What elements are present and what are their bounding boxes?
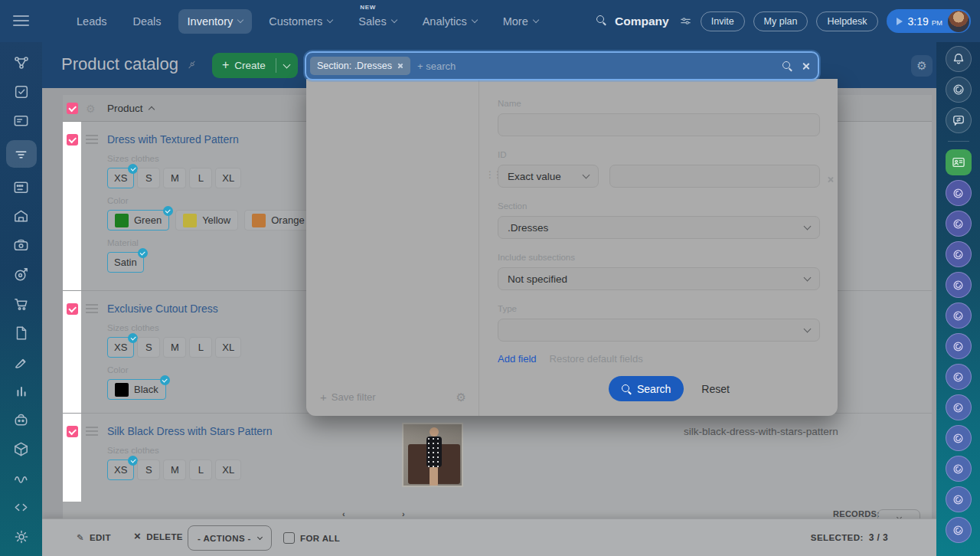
- create-dropdown-button[interactable]: [276, 64, 298, 67]
- marketplace-app-icon[interactable]: [946, 241, 972, 267]
- settings-gear-icon[interactable]: [6, 527, 37, 546]
- messenger-chat-icon[interactable]: [946, 107, 972, 133]
- filter-search-bar[interactable]: Section: .Dresses + search: [306, 53, 818, 79]
- size-chip-selected: XS: [107, 168, 134, 188]
- time-tracker-button[interactable]: 3:19 PM: [887, 9, 972, 33]
- property-label: Color: [107, 196, 312, 205]
- my-plan-button[interactable]: My plan: [753, 11, 808, 31]
- type-select[interactable]: [498, 319, 820, 342]
- chip-remove-icon[interactable]: [397, 63, 403, 69]
- company-name[interactable]: Company: [615, 15, 669, 28]
- catalog-filter-icon[interactable]: [6, 140, 37, 168]
- marketplace-app-icon[interactable]: [946, 211, 972, 237]
- filter-settings-gear-icon[interactable]: ⚙: [456, 391, 466, 404]
- marketplace-app-icon[interactable]: [946, 394, 972, 420]
- search-button[interactable]: Search: [609, 376, 684, 401]
- product-photo[interactable]: [402, 423, 463, 487]
- row-drag-handle-icon[interactable]: [86, 427, 98, 438]
- drag-handle-icon[interactable]: ⋮⋮: [485, 170, 501, 179]
- product-link[interactable]: Dress with Textured Pattern: [107, 133, 239, 146]
- row-checkbox[interactable]: [67, 134, 78, 146]
- left-sidebar: [0, 42, 42, 556]
- nav-item-deals[interactable]: Deals: [124, 9, 171, 34]
- marketplace-app-icon[interactable]: [946, 333, 972, 359]
- video-calls-icon[interactable]: [6, 236, 37, 255]
- store-cart-icon[interactable]: [6, 294, 37, 313]
- size-chip: L: [189, 168, 212, 188]
- edit-button[interactable]: ✎EDIT: [77, 532, 111, 543]
- filter-chip-section[interactable]: Section: .Dresses: [310, 57, 410, 75]
- crm-icon[interactable]: [6, 111, 37, 130]
- sliders-icon[interactable]: [679, 15, 692, 28]
- create-button[interactable]: +Create: [212, 53, 298, 78]
- nav-item-customers[interactable]: Customers: [260, 9, 341, 34]
- clear-filter-icon[interactable]: [802, 62, 810, 70]
- marketplace-app-icon[interactable]: [946, 456, 972, 482]
- invite-button[interactable]: Invite: [701, 11, 745, 31]
- developer-code-icon[interactable]: [6, 498, 37, 517]
- nav-item-inventory[interactable]: Inventory: [178, 9, 253, 34]
- nav-item-leads[interactable]: Leads: [67, 9, 116, 34]
- avatar[interactable]: [948, 11, 969, 32]
- marketplace-app-icon[interactable]: [946, 517, 972, 543]
- row-checkbox[interactable]: [67, 426, 78, 437]
- pulse-icon[interactable]: [946, 77, 972, 103]
- marketplace-app-icon[interactable]: [946, 364, 972, 390]
- nav-item-more[interactable]: More: [494, 9, 547, 34]
- grid-settings-gear-icon[interactable]: ⚙: [86, 103, 96, 115]
- add-field-link[interactable]: Add field: [498, 353, 537, 365]
- id-operator-select[interactable]: Exact value: [498, 165, 599, 188]
- saved-filters-panel: +Save filter ⚙: [306, 79, 479, 416]
- hamburger-menu-icon[interactable]: [13, 15, 29, 27]
- products-box-icon[interactable]: [6, 440, 37, 459]
- x-icon: ×: [134, 532, 141, 540]
- previous-page-button[interactable]: ‹ PREVIOUS: [342, 509, 345, 518]
- documents-icon[interactable]: [6, 323, 37, 342]
- bottom-action-bar: ✎EDIT ×DELETE - ACTIONS - FOR ALL SELECT…: [42, 518, 936, 556]
- view-settings-gear-icon[interactable]: ⚙: [911, 55, 933, 77]
- next-page-button[interactable]: NEXT ›: [402, 509, 405, 518]
- marketplace-app-icon[interactable]: [946, 486, 972, 512]
- tasks-icon[interactable]: [6, 82, 37, 101]
- search-icon[interactable]: [596, 15, 606, 28]
- actions-dropdown[interactable]: - ACTIONS -: [188, 525, 272, 551]
- id-value-input[interactable]: [609, 165, 820, 188]
- clock-meridiem: PM: [932, 18, 942, 27]
- row-drag-handle-icon[interactable]: [86, 135, 98, 146]
- remove-field-icon[interactable]: [827, 172, 834, 186]
- marketing-icon[interactable]: [6, 265, 37, 284]
- collaboration-icon[interactable]: [6, 53, 37, 72]
- marketplace-app-icon[interactable]: [946, 425, 972, 451]
- select-all-checkbox[interactable]: [67, 103, 78, 114]
- marketplace-app-icon[interactable]: [946, 272, 972, 298]
- nav-item-analytics[interactable]: Analytics: [413, 9, 486, 34]
- property-label: Sizes clothes: [107, 154, 312, 163]
- product-link[interactable]: Exclusive Cutout Dress: [107, 303, 218, 315]
- subsections-select[interactable]: Not specified: [498, 267, 820, 290]
- nav-item-sales[interactable]: NEWSales: [349, 9, 405, 34]
- planner-icon[interactable]: [6, 178, 37, 197]
- product-link[interactable]: Silk Black Dress with Stars Pattern: [107, 425, 273, 437]
- reset-button[interactable]: Reset: [701, 383, 730, 395]
- drive-icon[interactable]: [6, 207, 37, 226]
- search-icon[interactable]: [782, 61, 792, 71]
- analytics-bars-icon[interactable]: [6, 381, 37, 401]
- copilot-robot-icon[interactable]: [6, 410, 37, 430]
- notifications-bell-icon[interactable]: [946, 46, 972, 72]
- marketplace-app-icon[interactable]: [946, 180, 972, 206]
- restore-default-fields-link[interactable]: Restore default fields: [550, 353, 643, 365]
- column-header-product[interactable]: Product: [107, 103, 154, 114]
- e-signature-pen-icon[interactable]: [6, 352, 37, 371]
- marketplace-app-icon[interactable]: [946, 303, 972, 329]
- name-input[interactable]: [498, 113, 820, 136]
- save-filter-button[interactable]: +Save filter: [320, 391, 376, 404]
- pin-icon[interactable]: [186, 59, 198, 70]
- contact-card-icon[interactable]: [946, 149, 972, 175]
- section-select[interactable]: .Dresses: [498, 216, 820, 239]
- row-checkbox[interactable]: [67, 303, 78, 315]
- processes-waves-icon[interactable]: [6, 469, 37, 488]
- delete-button[interactable]: ×DELETE: [134, 532, 183, 541]
- for-all-checkbox[interactable]: FOR ALL: [283, 532, 340, 544]
- row-drag-handle-icon[interactable]: [86, 304, 98, 316]
- helpdesk-button[interactable]: Helpdesk: [816, 11, 877, 31]
